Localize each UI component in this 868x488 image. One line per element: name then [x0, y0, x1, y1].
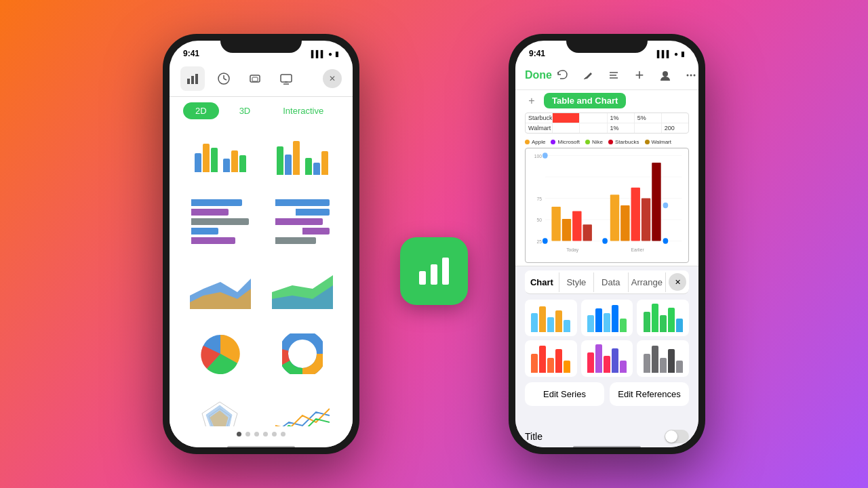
- cell: [553, 113, 580, 123]
- list-item[interactable]: [525, 340, 577, 377]
- cell: 1%: [608, 113, 635, 123]
- dot-2[interactable]: [245, 432, 250, 436]
- list-item[interactable]: [180, 388, 260, 426]
- svg-rect-1: [191, 76, 194, 84]
- svg-point-46: [663, 71, 668, 77]
- chart-style-grid: [525, 300, 689, 377]
- svg-text:Today: Today: [566, 247, 578, 253]
- right-toolbar: Done +: [515, 61, 698, 90]
- svg-rect-0: [187, 79, 190, 84]
- more-icon[interactable]: [681, 65, 698, 85]
- dot-3[interactable]: [254, 432, 259, 436]
- edit-references-button[interactable]: Edit References: [610, 382, 689, 406]
- list-item[interactable]: [180, 323, 260, 385]
- left-status-icons: ▌▌▌ ● ▮: [311, 50, 339, 58]
- tab-style[interactable]: Style: [559, 272, 594, 292]
- chart-type-grid: + + + + ✱ ✱ ✱: [170, 125, 353, 426]
- svg-rect-60: [562, 219, 571, 241]
- list-item[interactable]: [262, 130, 342, 186]
- title-label: Title: [525, 431, 542, 442]
- legend-label: Microsoft: [557, 139, 579, 145]
- tab-arrange[interactable]: Arrange: [629, 272, 666, 292]
- add-icon[interactable]: +: [629, 65, 650, 85]
- list-item[interactable]: [180, 130, 260, 186]
- dot-6[interactable]: [281, 432, 285, 436]
- title-toggle[interactable]: [665, 430, 689, 443]
- cell: Walmart: [526, 123, 553, 133]
- tab-3d[interactable]: 3D: [227, 102, 263, 119]
- dot-5[interactable]: [272, 432, 277, 436]
- svg-point-49: [694, 75, 696, 77]
- right-notch: [566, 34, 648, 53]
- list-item[interactable]: [525, 300, 577, 336]
- title-row: Title: [515, 426, 698, 447]
- done-button[interactable]: Done: [525, 69, 552, 81]
- tab-2d[interactable]: 2D: [183, 102, 219, 119]
- svg-point-70: [542, 238, 548, 243]
- display-icon[interactable]: [274, 66, 298, 91]
- bottom-panel: Chart Style Data Arrange ✕: [515, 266, 698, 426]
- list-item[interactable]: [262, 388, 342, 426]
- chart-type-toolbar: ✕: [170, 61, 353, 97]
- list-item[interactable]: [581, 340, 633, 377]
- cell: [580, 113, 607, 123]
- svg-rect-7: [252, 77, 258, 81]
- tab-interactive[interactable]: Interactive: [271, 102, 336, 119]
- tab-data[interactable]: Data: [594, 272, 629, 292]
- legend-walmart: Walmart: [645, 139, 671, 145]
- svg-line-5: [224, 79, 226, 80]
- dot-1[interactable]: [237, 432, 241, 436]
- account-icon[interactable]: [655, 65, 675, 85]
- svg-point-73: [602, 238, 608, 243]
- list-item[interactable]: [581, 300, 633, 336]
- svg-rect-59: [551, 207, 560, 241]
- svg-point-74: [663, 203, 669, 208]
- app-icon-wrapper: [400, 237, 468, 305]
- svg-point-20: [293, 344, 312, 363]
- tab-chart[interactable]: Chart: [525, 272, 559, 292]
- list-item[interactable]: [262, 188, 342, 255]
- right-home-indicator: [573, 446, 641, 449]
- grid-chart-icon[interactable]: [180, 66, 205, 91]
- svg-text:75: 75: [537, 196, 542, 201]
- signal-icon: ▌▌▌: [311, 50, 326, 58]
- list-item[interactable]: [180, 188, 260, 255]
- right-status-time: 9:41: [529, 49, 545, 58]
- layers-icon[interactable]: [243, 66, 267, 91]
- legend-dot: [525, 140, 530, 144]
- undo-icon[interactable]: [552, 65, 572, 85]
- svg-rect-62: [583, 224, 591, 241]
- left-status-time: 9:41: [183, 49, 199, 58]
- right-toolbar-icons: +: [552, 65, 698, 85]
- table-chart-pill[interactable]: Table and Chart: [544, 93, 626, 108]
- right-signal-icon: ▌▌▌: [657, 50, 671, 58]
- list-item[interactable]: [637, 300, 689, 336]
- legend-label: Apple: [532, 139, 545, 145]
- cell: 200: [662, 123, 688, 133]
- cell: [580, 123, 607, 133]
- svg-text:25: 25: [537, 239, 542, 243]
- list-item[interactable]: [637, 340, 689, 377]
- left-phone: 9:41 ▌▌▌ ● ▮ ✕ 2D 3D: [163, 34, 359, 454]
- list-item[interactable]: [180, 258, 260, 320]
- markup-icon[interactable]: [578, 65, 598, 85]
- right-screen: 9:41 ▌▌▌ ● ▮ Done +: [515, 41, 698, 447]
- panel-close-button[interactable]: ✕: [669, 273, 686, 291]
- edit-series-button[interactable]: Edit Series: [525, 382, 604, 406]
- legend-label: Starbucks: [615, 139, 639, 145]
- close-button[interactable]: ✕: [323, 69, 342, 88]
- list-item[interactable]: [262, 323, 342, 385]
- add-small-icon[interactable]: +: [525, 94, 538, 108]
- svg-point-71: [663, 238, 669, 243]
- legend-label: Walmart: [652, 139, 671, 145]
- legend-microsoft: Microsoft: [551, 139, 579, 145]
- list-item[interactable]: [262, 258, 342, 320]
- svg-rect-39: [419, 271, 426, 285]
- table-row: Starbucks 1% 5%: [526, 113, 688, 123]
- clock-icon[interactable]: [212, 66, 236, 91]
- table-row: Walmart 1% 200: [526, 123, 688, 133]
- format-icon[interactable]: [604, 65, 624, 85]
- home-indicator: [227, 446, 295, 449]
- svg-point-48: [690, 75, 692, 77]
- dot-4[interactable]: [263, 432, 268, 436]
